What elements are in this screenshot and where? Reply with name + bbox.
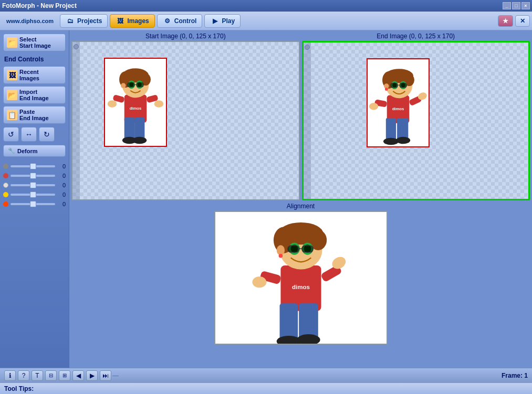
slider-dot-1 [3,173,8,178]
play-forward-button[interactable]: ▶ [86,370,98,381]
play-back-button[interactable]: ◀ [72,370,84,381]
svg-point-40 [384,88,388,91]
start-image-panel: Start Image (0, 0, 125 x 170) [71,33,300,200]
toolbar-close-button[interactable]: ✕ [515,15,530,27]
start-image-label: Start Image (0, 0, 125 x 170) [71,33,300,40]
deform-button[interactable]: 🔧 Deform [3,145,66,157]
images-label: Images [127,17,149,25]
projects-label: Projects [77,17,102,25]
svg-point-43 [369,103,378,110]
rotate-ccw-button[interactable]: ↺ [3,127,19,142]
slider-thumb-1[interactable] [30,173,36,179]
close-button[interactable]: × [521,2,530,9]
maximize-button[interactable]: □ [512,2,520,9]
play-button[interactable]: ▶ Play [204,14,241,28]
slider-track-0[interactable] [11,165,55,167]
paste-end-label: PasteEnd Image [19,109,49,121]
alignment-label: Alignment [71,203,530,210]
svg-point-50 [297,334,320,345]
svg-rect-59 [287,246,298,252]
help-button[interactable]: ★ [498,15,513,27]
title-bar-controls: _ □ × [503,2,530,9]
toolbar-x-icon: ✕ [520,17,525,25]
left-sidebar: 📁 SelectStart Image End Controls 🖼 Recen… [0,30,69,368]
recent-images-button[interactable]: 🖼 RecentImages [3,66,66,84]
svg-point-20 [108,100,117,108]
slider-value-2: 0 [57,182,66,188]
svg-text:dimos: dimos [392,107,404,112]
toolbar: www.diphso.com 🗂 Projects 🖼 Images ⚙ Con… [0,12,532,30]
select-start-label: SelectStart Image [19,36,51,49]
scroll-dot-end [305,45,310,50]
help-bottom-button[interactable]: ? [18,370,29,381]
slider-track-3[interactable] [11,194,55,196]
start-scroll-left[interactable] [72,42,80,199]
website-label: www.diphso.com [2,18,58,24]
select-start-icon: 📁 [7,37,17,48]
slider-row-2: 0 [3,182,66,188]
paste-icon: 📋 [7,110,17,120]
frame-prev-prev-button[interactable]: ⊟ [45,370,57,381]
app-title: FotoMorph - New Project [2,2,77,9]
slider-track-1[interactable] [11,175,55,177]
end-scroll-left[interactable] [304,42,311,199]
end-controls-label: End Controls [3,54,66,64]
slider-dot-0 [3,164,8,169]
slider-thumb-3[interactable] [30,191,36,198]
help-icon: ★ [503,17,508,25]
slider-value-3: 0 [57,191,66,198]
deform-icon: 🔧 [8,147,15,154]
play-end-button[interactable]: ⏭ [100,370,111,381]
select-start-image-button[interactable]: 📁 SelectStart Image [3,34,66,51]
status-bar: Tool Tips: [0,382,532,394]
title-bar: FotoMorph - New Project _ □ × [0,0,532,12]
import-end-image-button[interactable]: 📂 ImportEnd Image [3,86,66,104]
frame-counter: Frame: 1 [502,372,528,379]
images-icon: 🖼 [116,16,125,26]
svg-point-26 [383,138,398,145]
images-button[interactable]: 🖼 Images [110,14,154,28]
info-button[interactable]: ℹ [4,370,16,381]
svg-point-17 [121,83,126,88]
app-wrapper: www.diphso.com 🗂 Projects 🖼 Images ⚙ Con… [0,12,532,394]
svg-point-63 [278,253,283,258]
flip-button[interactable]: ↔ [21,127,37,142]
svg-rect-37 [399,83,406,88]
slider-thumb-0[interactable] [30,163,36,169]
scroll-dot [74,44,79,49]
images-row: Start Image (0, 0, 125 x 170) [71,33,530,200]
svg-rect-47 [279,303,298,341]
slider-row-4: 0 [3,201,66,207]
end-image-panel: End Image (0, 0, 125 x 170) dimos [302,33,530,200]
slider-dot-3 [3,192,8,197]
alignment-canvas[interactable]: dimos [214,211,388,345]
control-icon: ⚙ [163,16,172,26]
deform-label: Deform [17,148,38,154]
end-character-svg: dimos [368,58,429,147]
svg-point-66 [252,276,266,287]
slider-thumb-4[interactable] [30,201,36,207]
minimize-button[interactable]: _ [503,2,511,9]
rotate-cw-button[interactable]: ↻ [39,127,55,142]
svg-text:dimos: dimos [291,284,309,290]
projects-icon: 🗂 [66,16,75,26]
import-icon: 📂 [7,90,17,100]
start-image-frame: dimos [104,58,167,147]
svg-rect-15 [137,82,144,87]
svg-point-5 [132,137,147,144]
status-label: Tool Tips: [4,385,34,392]
text-button[interactable]: T [32,370,43,381]
control-button[interactable]: ⚙ Control [157,14,203,28]
slider-value-4: 0 [57,201,66,207]
end-image-frame: dimos [367,58,430,147]
slider-track-4[interactable] [11,203,55,205]
alignment-row: Alignment dimos [71,203,530,366]
slider-track-2[interactable] [11,184,55,186]
paste-end-image-button[interactable]: 📋 PasteEnd Image [3,106,66,124]
projects-button[interactable]: 🗂 Projects [60,14,108,28]
end-image-canvas[interactable]: dimos [302,41,530,200]
start-image-canvas[interactable]: dimos [71,41,300,200]
play-icon: ▶ [210,16,220,26]
slider-thumb-2[interactable] [30,182,36,188]
frame-prev-button[interactable]: ⊞ [59,370,70,381]
